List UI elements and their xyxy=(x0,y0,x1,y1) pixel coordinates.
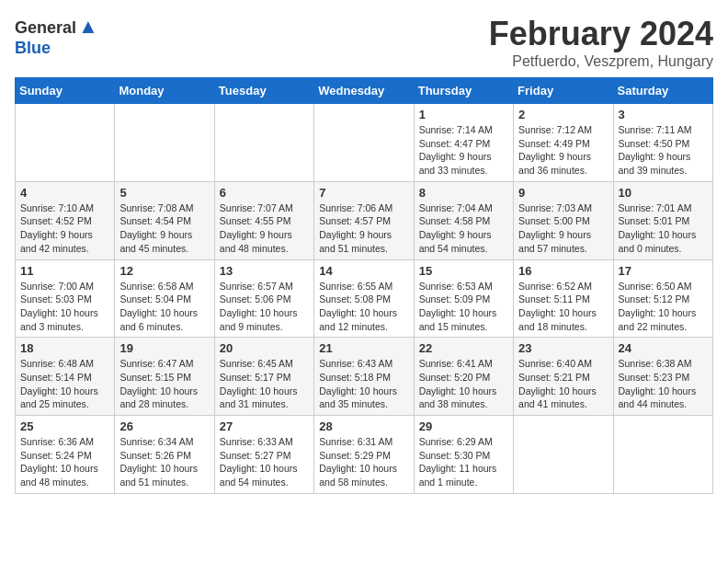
day-info: Sunrise: 6:33 AM Sunset: 5:27 PM Dayligh… xyxy=(220,435,309,489)
calendar-day-cell: 17Sunrise: 6:50 AM Sunset: 5:12 PM Dayli… xyxy=(613,259,712,338)
day-number: 29 xyxy=(419,419,508,433)
day-info: Sunrise: 7:04 AM Sunset: 4:58 PM Dayligh… xyxy=(419,201,508,256)
day-number: 3 xyxy=(619,108,708,121)
day-number: 21 xyxy=(319,341,408,355)
day-info: Sunrise: 6:31 AM Sunset: 5:29 PM Dayligh… xyxy=(319,435,408,489)
day-number: 9 xyxy=(518,186,608,200)
calendar-day-cell: 15Sunrise: 6:53 AM Sunset: 5:09 PM Dayli… xyxy=(414,259,513,338)
day-number: 25 xyxy=(20,419,109,433)
month-year-title: February 2024 xyxy=(489,15,713,53)
day-number: 28 xyxy=(319,419,408,433)
logo-bird-icon: ▲ xyxy=(78,15,98,38)
day-info: Sunrise: 6:38 AM Sunset: 5:23 PM Dayligh… xyxy=(619,357,708,411)
calendar-table: SundayMondayTuesdayWednesdayThursdayFrid… xyxy=(15,77,713,494)
day-info: Sunrise: 6:34 AM Sunset: 5:26 PM Dayligh… xyxy=(119,435,209,489)
title-section: February 2024 Petfuerdo, Veszprem, Hunga… xyxy=(489,15,713,70)
logo: General▲ Blue xyxy=(15,15,98,58)
calendar-day-cell: 27Sunrise: 6:33 AM Sunset: 5:27 PM Dayli… xyxy=(214,416,313,494)
day-number: 5 xyxy=(119,186,209,200)
calendar-day-cell: 13Sunrise: 6:57 AM Sunset: 5:06 PM Dayli… xyxy=(214,259,313,338)
day-info: Sunrise: 6:36 AM Sunset: 5:24 PM Dayligh… xyxy=(20,435,109,489)
calendar-day-cell xyxy=(613,416,712,494)
calendar-week-row: 11Sunrise: 7:00 AM Sunset: 5:03 PM Dayli… xyxy=(16,259,713,338)
location-subtitle: Petfuerdo, Veszprem, Hungary xyxy=(489,53,713,70)
calendar-day-cell: 2Sunrise: 7:12 AM Sunset: 4:49 PM Daylig… xyxy=(514,104,613,182)
day-number: 20 xyxy=(220,341,309,355)
day-of-week-header: Sunday xyxy=(16,78,115,104)
calendar-day-cell: 5Sunrise: 7:08 AM Sunset: 4:54 PM Daylig… xyxy=(115,181,214,259)
day-info: Sunrise: 6:43 AM Sunset: 5:18 PM Dayligh… xyxy=(319,357,408,411)
day-number: 6 xyxy=(220,186,309,200)
calendar-day-cell: 20Sunrise: 6:45 AM Sunset: 5:17 PM Dayli… xyxy=(214,338,313,416)
day-number: 7 xyxy=(319,186,408,200)
calendar-day-cell: 3Sunrise: 7:11 AM Sunset: 4:50 PM Daylig… xyxy=(613,104,712,182)
calendar-day-cell: 18Sunrise: 6:48 AM Sunset: 5:14 PM Dayli… xyxy=(16,338,115,416)
calendar-day-cell: 24Sunrise: 6:38 AM Sunset: 5:23 PM Dayli… xyxy=(613,338,712,416)
calendar-day-cell: 21Sunrise: 6:43 AM Sunset: 5:18 PM Dayli… xyxy=(314,338,414,416)
day-number: 10 xyxy=(619,186,708,200)
logo-blue-text: Blue xyxy=(15,39,51,57)
calendar-day-cell xyxy=(514,416,613,494)
day-number: 2 xyxy=(518,108,608,121)
day-info: Sunrise: 7:14 AM Sunset: 4:47 PM Dayligh… xyxy=(419,123,508,178)
day-info: Sunrise: 7:10 AM Sunset: 4:52 PM Dayligh… xyxy=(20,201,109,256)
day-info: Sunrise: 6:41 AM Sunset: 5:20 PM Dayligh… xyxy=(419,357,508,411)
page-header: General▲ Blue February 2024 Petfuerdo, V… xyxy=(15,15,713,70)
calendar-day-cell: 28Sunrise: 6:31 AM Sunset: 5:29 PM Dayli… xyxy=(314,416,414,494)
day-info: Sunrise: 6:57 AM Sunset: 5:06 PM Dayligh… xyxy=(220,280,309,334)
day-number: 16 xyxy=(518,264,608,278)
day-info: Sunrise: 7:06 AM Sunset: 4:57 PM Dayligh… xyxy=(319,201,408,256)
calendar-day-cell: 8Sunrise: 7:04 AM Sunset: 4:58 PM Daylig… xyxy=(414,181,513,259)
day-info: Sunrise: 6:48 AM Sunset: 5:14 PM Dayligh… xyxy=(20,357,109,411)
day-number: 12 xyxy=(119,264,209,278)
day-number: 22 xyxy=(419,341,508,355)
day-info: Sunrise: 7:12 AM Sunset: 4:49 PM Dayligh… xyxy=(518,123,608,178)
calendar-day-cell xyxy=(115,104,214,182)
day-number: 26 xyxy=(119,419,209,433)
day-of-week-header: Wednesday xyxy=(314,78,414,104)
day-number: 24 xyxy=(619,341,708,355)
calendar-day-cell: 26Sunrise: 6:34 AM Sunset: 5:26 PM Dayli… xyxy=(115,416,214,494)
day-info: Sunrise: 6:40 AM Sunset: 5:21 PM Dayligh… xyxy=(518,357,608,411)
calendar-day-cell: 10Sunrise: 7:01 AM Sunset: 5:01 PM Dayli… xyxy=(613,181,712,259)
calendar-day-cell: 16Sunrise: 6:52 AM Sunset: 5:11 PM Dayli… xyxy=(514,259,613,338)
day-of-week-header: Monday xyxy=(115,78,214,104)
day-number: 17 xyxy=(619,264,708,278)
calendar-day-cell: 1Sunrise: 7:14 AM Sunset: 4:47 PM Daylig… xyxy=(414,104,513,182)
calendar-day-cell: 14Sunrise: 6:55 AM Sunset: 5:08 PM Dayli… xyxy=(314,259,414,338)
day-info: Sunrise: 7:03 AM Sunset: 5:00 PM Dayligh… xyxy=(518,201,608,256)
calendar-day-cell: 7Sunrise: 7:06 AM Sunset: 4:57 PM Daylig… xyxy=(314,181,414,259)
day-info: Sunrise: 7:08 AM Sunset: 4:54 PM Dayligh… xyxy=(119,201,209,256)
calendar-day-cell: 22Sunrise: 6:41 AM Sunset: 5:20 PM Dayli… xyxy=(414,338,513,416)
calendar-week-row: 18Sunrise: 6:48 AM Sunset: 5:14 PM Dayli… xyxy=(16,338,713,416)
day-number: 23 xyxy=(518,341,608,355)
calendar-header-row: SundayMondayTuesdayWednesdayThursdayFrid… xyxy=(16,78,713,104)
calendar-day-cell: 25Sunrise: 6:36 AM Sunset: 5:24 PM Dayli… xyxy=(16,416,115,494)
day-number: 19 xyxy=(119,341,209,355)
day-of-week-header: Friday xyxy=(514,78,613,104)
day-info: Sunrise: 6:50 AM Sunset: 5:12 PM Dayligh… xyxy=(619,280,708,334)
day-info: Sunrise: 6:29 AM Sunset: 5:30 PM Dayligh… xyxy=(419,435,508,489)
day-of-week-header: Saturday xyxy=(613,78,712,104)
calendar-day-cell: 23Sunrise: 6:40 AM Sunset: 5:21 PM Dayli… xyxy=(514,338,613,416)
calendar-day-cell: 11Sunrise: 7:00 AM Sunset: 5:03 PM Dayli… xyxy=(16,259,115,338)
calendar-week-row: 25Sunrise: 6:36 AM Sunset: 5:24 PM Dayli… xyxy=(16,416,713,494)
calendar-day-cell: 4Sunrise: 7:10 AM Sunset: 4:52 PM Daylig… xyxy=(16,181,115,259)
day-number: 13 xyxy=(220,264,309,278)
calendar-day-cell: 6Sunrise: 7:07 AM Sunset: 4:55 PM Daylig… xyxy=(214,181,313,259)
day-info: Sunrise: 6:55 AM Sunset: 5:08 PM Dayligh… xyxy=(319,280,408,334)
logo-general-text: General xyxy=(15,18,76,37)
calendar-week-row: 4Sunrise: 7:10 AM Sunset: 4:52 PM Daylig… xyxy=(16,181,713,259)
day-info: Sunrise: 7:07 AM Sunset: 4:55 PM Dayligh… xyxy=(220,201,309,256)
day-of-week-header: Thursday xyxy=(414,78,513,104)
day-info: Sunrise: 6:58 AM Sunset: 5:04 PM Dayligh… xyxy=(119,280,209,334)
calendar-day-cell: 29Sunrise: 6:29 AM Sunset: 5:30 PM Dayli… xyxy=(414,416,513,494)
day-info: Sunrise: 6:53 AM Sunset: 5:09 PM Dayligh… xyxy=(419,280,508,334)
calendar-week-row: 1Sunrise: 7:14 AM Sunset: 4:47 PM Daylig… xyxy=(16,104,713,182)
day-number: 27 xyxy=(220,419,309,433)
calendar-day-cell: 19Sunrise: 6:47 AM Sunset: 5:15 PM Dayli… xyxy=(115,338,214,416)
day-number: 8 xyxy=(419,186,508,200)
calendar-day-cell xyxy=(16,104,115,182)
day-number: 14 xyxy=(319,264,408,278)
day-number: 11 xyxy=(20,264,109,278)
